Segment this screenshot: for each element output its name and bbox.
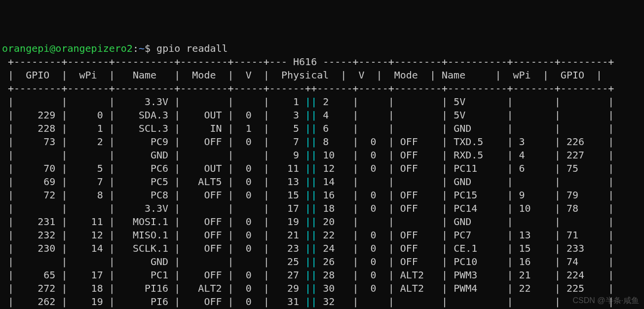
watermark: CSDN @半条·咸鱼 [573, 295, 639, 306]
terminal-output: orangepi@orangepizero2:~$ gpio readall +… [2, 42, 642, 309]
